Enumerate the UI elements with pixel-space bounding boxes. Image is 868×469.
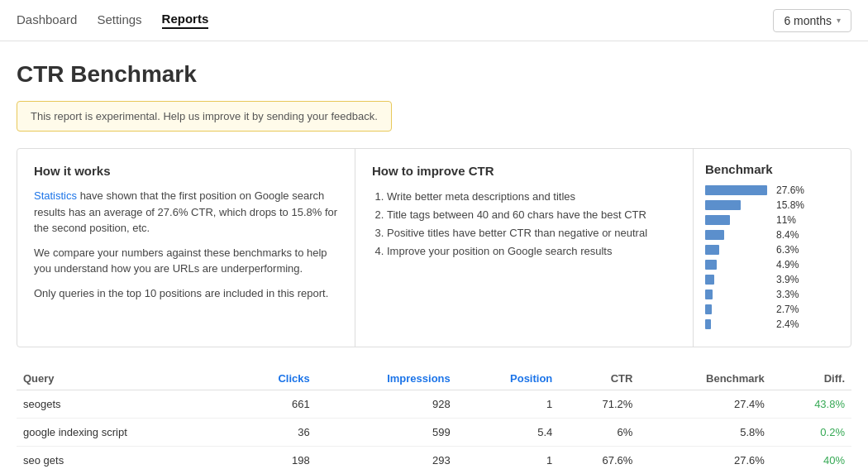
col-query: Query [17,367,234,390]
benchmark-bar [705,185,767,195]
cell-query: google indexing script [17,419,234,447]
benchmark-bar-row: 11% [705,214,839,226]
benchmark-bar-label: 2.7% [776,304,799,315]
benchmark-bar [705,275,714,285]
info-section: How it works Statistics have shown that … [17,148,851,347]
cell-benchmark: 27.6% [639,447,770,470]
chevron-down-icon: ▾ [837,16,841,25]
how-it-works-body1-text: have shown that the first position on Go… [34,189,337,234]
table-row: google indexing script365995.46%5.8%0.2% [17,419,851,447]
benchmark-bar-label: 3.3% [776,289,799,300]
col-diff: Diff. [771,367,851,390]
cell-diff: 43.8% [771,390,851,419]
cell-ctr: 6% [559,419,639,447]
benchmark-bar-wrap [705,184,771,196]
cell-position: 1 [457,390,560,419]
how-to-improve-col: How to improve CTR Write better meta des… [355,149,694,347]
nav-reports[interactable]: Reports [162,12,209,29]
col-benchmark: Benchmark [639,367,770,390]
benchmark-bar-row: 15.8% [705,199,839,211]
improve-item-3: Positive titles have better CTR than neg… [387,224,676,242]
benchmark-title: Benchmark [705,162,839,176]
benchmark-bar-label: 3.9% [776,274,799,285]
benchmark-bar-row: 2.7% [705,304,839,315]
benchmark-bar-row: 27.6% [705,184,839,196]
benchmark-bar-label: 11% [776,214,796,226]
time-selector[interactable]: 6 months ▾ [773,9,851,32]
cell-impressions: 599 [317,419,457,447]
col-position: Position [457,367,560,390]
improve-item-1: Write better meta descriptions and title… [387,188,676,206]
cell-diff: 0.2% [771,419,851,447]
benchmark-bar-row: 2.4% [705,318,839,330]
cell-ctr: 67.6% [559,447,639,470]
table-header: Query Clicks Impressions Position CTR Be… [17,367,851,390]
cell-clicks: 198 [234,447,317,470]
benchmark-bar-label: 27.6% [776,184,804,196]
cell-position: 5.4 [457,419,560,447]
table-row: seo gets198293167.6%27.6%40% [17,447,851,470]
main-content: CTR Benchmark This report is experimenta… [0,41,868,469]
col-clicks: Clicks [234,367,317,390]
page-title: CTR Benchmark [17,61,851,88]
benchmark-bar-label: 15.8% [776,199,804,211]
how-it-works-body2: We compare your numbers against these be… [34,245,338,277]
col-impressions: Impressions [317,367,457,390]
benchmark-bar-label: 8.4% [776,229,799,241]
how-it-works-body1: Statistics have shown that the first pos… [34,188,338,237]
cell-query: seo gets [17,447,234,470]
benchmark-bar-wrap [705,199,771,211]
time-selector-label: 6 months [784,14,832,27]
benchmark-bar-row: 3.9% [705,274,839,285]
statistics-link[interactable]: Statistics [34,189,77,202]
benchmark-bar-wrap [705,259,771,270]
cell-impressions: 293 [317,447,457,470]
benchmark-bar-label: 6.3% [776,244,799,256]
benchmark-bar-wrap [705,289,771,300]
cell-position: 1 [457,447,560,470]
benchmark-bar [705,260,717,270]
improve-item-2: Title tags between 40 and 60 chars have … [387,206,676,224]
nav: Dashboard Settings Reports 6 months ▾ [0,0,868,41]
cell-query: seogets [17,390,234,419]
cell-diff: 40% [771,447,851,470]
nav-settings[interactable]: Settings [97,12,141,28]
nav-items: Dashboard Settings Reports [17,12,208,29]
benchmark-col: Benchmark 27.6%15.8%11%8.4%6.3%4.9%3.9%3… [694,149,851,347]
benchmark-bar [705,245,719,255]
how-it-works-title: How it works [34,164,338,178]
benchmark-bar [705,200,741,210]
benchmark-bar [705,215,730,225]
how-to-improve-title: How to improve CTR [372,164,676,178]
benchmark-bar-row: 4.9% [705,259,839,270]
benchmark-bar-row: 6.3% [705,244,839,256]
notice-banner: This report is experimental. Help us imp… [17,101,392,132]
how-to-improve-list: Write better meta descriptions and title… [372,188,676,261]
improve-item-4: Improve your position on Google search r… [387,242,676,261]
benchmark-bar-wrap [705,229,771,241]
table-row: seogets661928171.2%27.4%43.8% [17,390,851,419]
cell-clicks: 36 [234,419,317,447]
table-body: seogets661928171.2%27.4%43.8%google inde… [17,390,851,470]
col-ctr: CTR [559,367,639,390]
cell-clicks: 661 [234,390,317,419]
benchmark-bar-wrap [705,244,771,256]
benchmark-bar-wrap [705,318,771,330]
benchmark-bar-wrap [705,274,771,285]
cell-benchmark: 27.4% [639,390,770,419]
benchmark-bar [705,230,724,240]
cell-impressions: 928 [317,390,457,419]
how-it-works-body3: Only queries in the top 10 positions are… [34,285,338,302]
nav-dashboard[interactable]: Dashboard [17,12,77,28]
benchmark-bar [705,304,712,314]
benchmark-bar-row: 3.3% [705,289,839,300]
benchmark-bar [705,290,713,299]
benchmark-bar-wrap [705,214,771,226]
benchmark-bar-label: 2.4% [776,318,799,330]
benchmark-bar [705,319,711,329]
benchmark-bar-label: 4.9% [776,259,799,270]
how-it-works-col: How it works Statistics have shown that … [17,149,355,347]
benchmark-bar-row: 8.4% [705,229,839,241]
benchmark-bar-wrap [705,304,771,315]
cell-ctr: 71.2% [559,390,639,419]
